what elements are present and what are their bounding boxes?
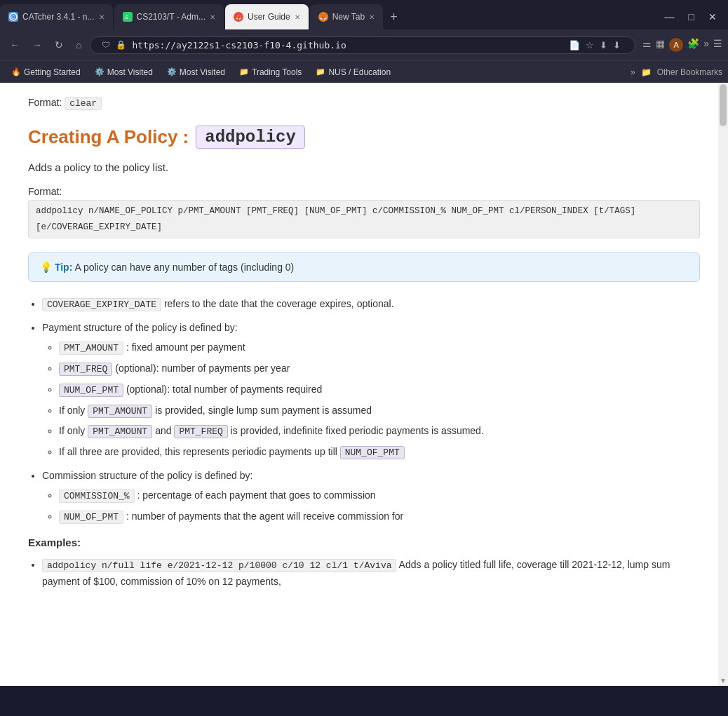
heading-cmd: addpolicy <box>196 126 305 149</box>
tab-catcher[interactable]: C CATcher 3.4.1 - n... ✕ <box>0 4 113 29</box>
bookmark-most-visited-2[interactable]: ⚙️ Most Visited <box>161 66 231 79</box>
bookmarks-more-arrow[interactable]: » <box>631 67 635 77</box>
minimize-button[interactable]: — <box>662 8 678 25</box>
address-bar[interactable]: 🛡 🔒 https://ay2122s1-cs2103-f10-4.github… <box>90 36 635 54</box>
tip-text: A policy can have any number of tags (in… <box>74 262 294 273</box>
main-bullet-list: COVERAGE_EXPIRY_DATE refers to the date … <box>28 296 700 525</box>
most-visited-1-icon: ⚙️ <box>95 67 105 76</box>
overflow-icon[interactable]: » <box>703 38 709 52</box>
bookmark-getting-started[interactable]: 🔥 Getting Started <box>6 66 86 79</box>
svg-text:C: C <box>11 15 15 20</box>
bullet-coverage: COVERAGE_EXPIRY_DATE refers to the date … <box>42 296 700 313</box>
format-top-code: clear <box>65 97 102 110</box>
svg-text:S: S <box>125 15 128 20</box>
tab-newtab[interactable]: 🦊 New Tab ✕ <box>310 4 383 29</box>
indefinite-and: and <box>155 425 174 436</box>
three-prefix: If all three are provided, this represen… <box>59 446 340 457</box>
coverage-code: COVERAGE_EXPIRY_DATE <box>42 298 161 311</box>
example-item-1: addpolicy n/full life e/2021-12-12 p/100… <box>42 557 700 589</box>
maximize-button[interactable]: □ <box>686 8 697 25</box>
menu-icon[interactable]: ☰ <box>713 38 722 52</box>
tab-cs2103[interactable]: S CS2103/T - Adm... ✕ <box>114 4 224 29</box>
window-controls: — □ ✕ <box>662 8 728 25</box>
new-tab-button[interactable]: + <box>384 10 403 25</box>
num-pmt-item: NUM_OF_PMT (optional): total number of p… <box>59 381 700 398</box>
scrollbar-thumb[interactable] <box>720 84 727 126</box>
tab-cs2103-close[interactable]: ✕ <box>210 13 215 21</box>
tab-catcher-label: CATcher 3.4.1 - n... <box>22 12 95 22</box>
forward-button[interactable]: → <box>28 36 46 53</box>
extensions-icon[interactable]: 🧩 <box>687 38 699 52</box>
page-content: Format: clear Creating A Policy : addpol… <box>0 83 728 686</box>
home-button[interactable]: ⌂ <box>72 36 86 53</box>
format-label: Format: <box>28 186 62 197</box>
close-button[interactable]: ✕ <box>706 8 720 25</box>
tab-grid-icon[interactable]: ▦ <box>656 38 665 52</box>
format-block: Format: addpolicy n/NAME_OF_POLICY p/PMT… <box>28 186 700 238</box>
lump-sum-item: If only PMT_AMOUNT is provided, single l… <box>59 403 700 419</box>
lump-sum-prefix: If only <box>59 405 88 416</box>
bullet-commission: Commission structure of the policy is de… <box>42 468 700 525</box>
tab-cs2103-label: CS2103/T - Adm... <box>137 12 206 22</box>
tab-catcher-close[interactable]: ✕ <box>99 13 105 21</box>
bookmark-nus-education-label: NUS / Education <box>328 67 391 77</box>
download-icon[interactable]: ⬇ <box>613 40 621 50</box>
commission-num-code: NUM_OF_PMT <box>59 511 123 524</box>
sidebar-icon[interactable]: ⚌ <box>642 38 652 52</box>
lump-sum-text: is provided, single lump sum payment is … <box>155 405 372 416</box>
coverage-text: refers to the date that the coverage exp… <box>164 298 394 309</box>
account-icon[interactable]: A <box>669 38 683 52</box>
bookmark-trading-tools-label: Trading Tools <box>252 67 302 77</box>
tip-box: 💡 Tip: A policy can have any number of t… <box>28 252 700 282</box>
bookmark-getting-started-label: Getting Started <box>24 67 81 77</box>
indefinite-text: is provided, indefinite fixed periodic p… <box>231 425 484 436</box>
tab-userguide-label: User Guide <box>248 12 290 22</box>
bookmark-most-visited-2-label: Most Visited <box>180 67 225 77</box>
three-code: NUM_OF_PMT <box>340 446 405 459</box>
address-bar-row: ← → ↻ ⌂ 🛡 🔒 https://ay2122s1-cs2103-f10-… <box>0 29 728 60</box>
getting-started-icon: 🔥 <box>11 67 21 76</box>
nus-education-icon: 📁 <box>316 67 325 76</box>
pmt-freq-text: (optional): number of payments per year <box>115 363 290 374</box>
page-content-wrapper: Format: clear Creating A Policy : addpol… <box>0 83 728 686</box>
pmt-amount-text: : fixed amount per payment <box>126 342 245 353</box>
pmt-freq-item: PMT_FREQ (optional): number of payments … <box>59 360 700 377</box>
browser-window: C CATcher 3.4.1 - n... ✕ S CS2103/T - Ad… <box>0 0 728 686</box>
tab-newtab-close[interactable]: ✕ <box>369 13 375 21</box>
trading-tools-icon: 📁 <box>239 67 249 76</box>
commission-pct-text: : percentage of each payment that goes t… <box>137 489 376 501</box>
commission-pct-code: COMMISSION_% <box>59 489 135 503</box>
back-button[interactable]: ← <box>6 36 24 53</box>
format-code: addpolicy n/NAME_OF_POLICY p/PMT_AMOUNT … <box>28 200 700 238</box>
address-text: https://ay2122s1-cs2103-f10-4.github.io <box>132 40 560 50</box>
lock-icon: 🔒 <box>116 40 126 50</box>
tab-userguide[interactable]: 🦊 User Guide ✕ <box>225 4 309 29</box>
address-icons: 📄 ☆ ⬇ ⬇ <box>566 40 623 50</box>
bookmark-trading-tools[interactable]: 📁 Trading Tools <box>234 66 307 79</box>
pocket-icon[interactable]: ⬇ <box>600 40 607 50</box>
scroll-down-arrow[interactable]: ▼ <box>718 675 728 686</box>
example-code-1: addpolicy n/full life e/2021-12-12 p/100… <box>42 559 396 572</box>
refresh-button[interactable]: ↻ <box>50 36 67 53</box>
bookmarks-more: » 📁 Other Bookmarks <box>631 67 722 77</box>
three-item: If all three are provided, this represen… <box>59 444 700 461</box>
star-icon[interactable]: ☆ <box>586 40 594 50</box>
tab-bar: C CATcher 3.4.1 - n... ✕ S CS2103/T - Ad… <box>0 0 728 29</box>
pmt-amount-item: PMT_AMOUNT : fixed amount per payment <box>59 339 700 356</box>
indefinite-item: If only PMT_AMOUNT and PMT_FREQ is provi… <box>59 423 700 440</box>
indefinite-prefix: If only <box>59 425 88 436</box>
tab-userguide-close[interactable]: ✕ <box>295 13 300 21</box>
reader-icon[interactable]: 📄 <box>569 40 580 50</box>
format-top: Format: clear <box>28 97 700 109</box>
scrollbar[interactable]: ▲ ▼ <box>718 83 728 686</box>
num-pmt-text: (optional): total number of payments req… <box>126 384 322 395</box>
indefinite-code2: PMT_FREQ <box>174 425 227 438</box>
other-bookmarks-label[interactable]: Other Bookmarks <box>657 67 722 77</box>
commission-num-text: : number of payments that the agent will… <box>126 511 403 522</box>
payment-sub-list: PMT_AMOUNT : fixed amount per payment PM… <box>42 339 700 461</box>
bookmark-most-visited-1[interactable]: ⚙️ Most Visited <box>89 66 159 79</box>
bookmark-nus-education[interactable]: 📁 NUS / Education <box>310 66 396 79</box>
tip-emoji: 💡 <box>40 262 52 273</box>
bullet-payment: Payment structure of the policy is defin… <box>42 320 700 461</box>
tab-newtab-label: New Tab <box>332 12 365 22</box>
